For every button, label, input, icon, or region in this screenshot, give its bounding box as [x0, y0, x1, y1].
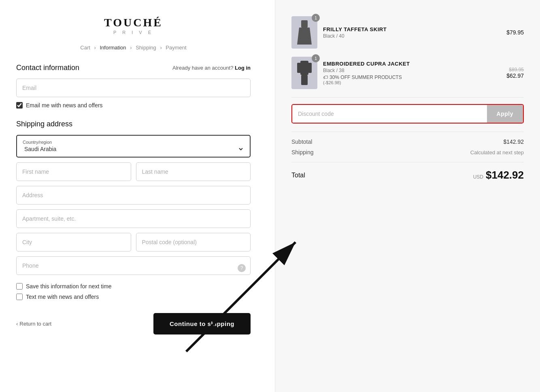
- divider-2: [291, 132, 524, 132]
- total-currency: USD: [473, 174, 483, 180]
- item-2-img-wrap: 1: [291, 57, 317, 89]
- breadcrumb-cart[interactable]: Cart: [80, 45, 90, 51]
- right-panel: 1 FRILLY TAFFETA SKIRT Black / 40 $79.95…: [275, 0, 540, 392]
- subtotal-label: Subtotal: [291, 138, 312, 145]
- text-me-label: Text me with news and offers: [26, 294, 99, 300]
- footer-row: ‹ Return to cart Continue to shipping: [16, 313, 251, 334]
- logo-title: TOUCHÉ: [16, 16, 251, 29]
- subtotal-row: Subtotal $142.92: [291, 138, 524, 145]
- name-row: [16, 162, 251, 181]
- left-panel: TOUCHÉ P R I V É Cart › Information › Sh…: [0, 0, 275, 392]
- item-2-discount-text: 30% OFF SUMMER PRODUCTS: [330, 75, 402, 80]
- divider-3: [291, 162, 524, 162]
- continue-button[interactable]: Continue to shipping: [153, 313, 251, 334]
- item-1-final-price: $79.95: [506, 29, 524, 36]
- item-2-details: EMBROIDERED CUPRA JACKET Black / 38 🏷 30…: [323, 61, 501, 85]
- country-select[interactable]: Saudi Arabia: [23, 145, 244, 153]
- breadcrumb-information: Information: [100, 45, 126, 51]
- country-label: Country/region: [23, 140, 244, 145]
- item-1-badge: 1: [312, 14, 320, 22]
- item-2-badge: 1: [312, 54, 320, 62]
- item-1-details: FRILLY TAFFETA SKIRT Black / 40: [323, 26, 501, 39]
- item-2-price: $89.95 $62.97: [506, 67, 524, 79]
- login-prompt: Already have an account? Log in: [172, 65, 251, 71]
- login-link[interactable]: Log in: [235, 65, 251, 71]
- total-row: Total USD $142.92: [291, 169, 524, 181]
- total-price-wrap: USD $142.92: [473, 169, 524, 181]
- postal-field[interactable]: [136, 233, 251, 251]
- city-field[interactable]: [16, 233, 131, 251]
- svg-rect-2: [301, 20, 308, 28]
- phone-help-icon[interactable]: ?: [238, 264, 246, 272]
- svg-rect-5: [297, 63, 301, 73]
- apply-button[interactable]: Apply: [487, 105, 523, 123]
- shipping-value: Calculated at next step: [470, 149, 524, 156]
- shipping-label: Shipping: [291, 149, 314, 156]
- total-label: Total: [291, 172, 305, 179]
- last-name-field[interactable]: [136, 162, 251, 181]
- news-checkbox-label: Email me with news and offers: [26, 102, 103, 109]
- item-1-name: FRILLY TAFFETA SKIRT: [323, 26, 501, 32]
- phone-field[interactable]: [16, 256, 251, 275]
- text-me-checkbox[interactable]: [16, 294, 23, 300]
- return-to-cart-link[interactable]: ‹ Return to cart: [16, 321, 51, 327]
- subtotal-value: $142.92: [503, 138, 524, 145]
- return-label: Return to cart: [19, 321, 51, 327]
- contact-section-header: Contact information Already have an acco…: [16, 64, 251, 72]
- item-2-original-price: $89.95: [506, 67, 524, 72]
- text-me-row: Text me with news and offers: [16, 294, 251, 300]
- breadcrumb-shipping: Shipping: [136, 45, 156, 51]
- item-2-discount-amount: (-$26.98): [323, 80, 501, 85]
- save-info-row: Save this information for next time: [16, 283, 251, 290]
- item-1-price: $79.95: [506, 29, 524, 36]
- address-field[interactable]: [16, 186, 251, 205]
- order-item-1: 1 FRILLY TAFFETA SKIRT Black / 40 $79.95: [291, 16, 524, 49]
- divider-1: [291, 97, 524, 98]
- save-info-label: Save this information for next time: [26, 283, 112, 290]
- shipping-section-title: Shipping address: [16, 120, 251, 128]
- contact-section-title: Contact information: [16, 64, 79, 72]
- item-2-name: EMBROIDERED CUPRA JACKET: [323, 61, 501, 67]
- city-postal-row: [16, 233, 251, 251]
- breadcrumb: Cart › Information › Shipping › Payment: [16, 45, 251, 51]
- svg-marker-3: [297, 28, 312, 45]
- apartment-field[interactable]: [16, 209, 251, 228]
- country-field[interactable]: Country/region Saudi Arabia: [16, 135, 251, 158]
- order-item-2: 1 EMBROIDERED CUPRA JACKET Black / 38 🏷 …: [291, 57, 524, 89]
- svg-rect-4: [300, 61, 308, 75]
- discount-area: Apply: [291, 104, 524, 124]
- svg-rect-7: [301, 75, 308, 85]
- bottom-checkboxes: Save this information for next time Text…: [16, 283, 251, 300]
- item-1-img-wrap: 1: [291, 16, 317, 49]
- first-name-field[interactable]: [16, 162, 131, 181]
- discount-input[interactable]: [292, 105, 487, 123]
- email-field[interactable]: [16, 79, 251, 97]
- save-info-checkbox[interactable]: [16, 283, 23, 290]
- item-2-final-price: $62.97: [506, 72, 524, 79]
- logo-subtitle: P R I V É: [16, 30, 251, 35]
- shipping-row: Shipping Calculated at next step: [291, 149, 524, 156]
- phone-wrap: ?: [16, 256, 251, 280]
- item-2-variant: Black / 38: [323, 68, 501, 73]
- news-checkbox[interactable]: [16, 102, 23, 109]
- total-price: $142.92: [486, 169, 524, 181]
- logo-area: TOUCHÉ P R I V É: [16, 16, 251, 35]
- breadcrumb-payment: Payment: [166, 45, 186, 51]
- news-checkbox-row: Email me with news and offers: [16, 102, 251, 109]
- item-2-discount: 🏷 30% OFF SUMMER PRODUCTS: [323, 75, 501, 80]
- svg-rect-6: [308, 63, 312, 73]
- item-1-variant: Black / 40: [323, 33, 501, 39]
